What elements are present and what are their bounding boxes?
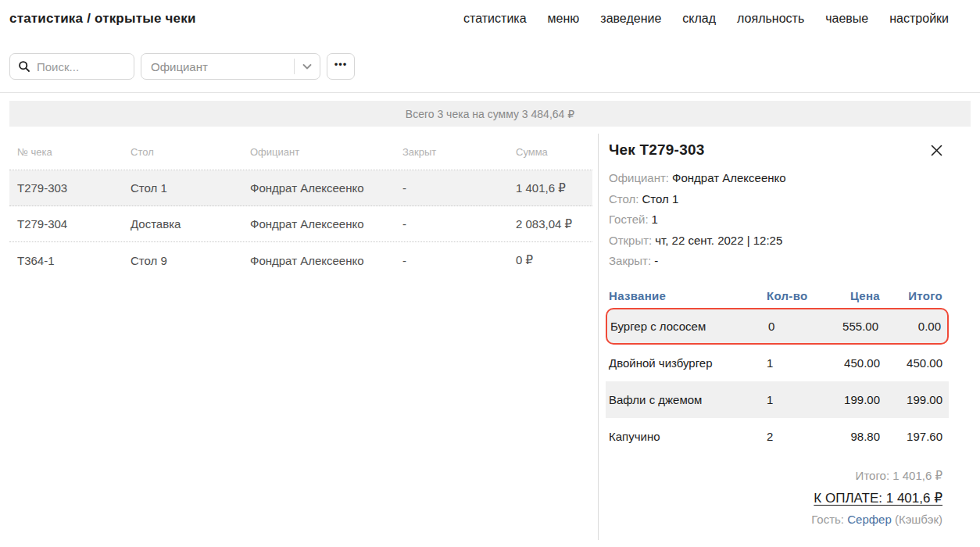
- nav-item-venue[interactable]: заведение: [600, 12, 661, 26]
- search-icon: [18, 60, 30, 73]
- check-totals: Итого: 1 401,6 ₽ К ОПЛАТЕ: 1 401,6 ₽ Гос…: [609, 469, 942, 526]
- col-closed: Закрыт: [402, 146, 516, 158]
- nav-item-tips[interactable]: чаевые: [825, 12, 868, 26]
- item-price: 199.00: [841, 393, 880, 406]
- cell-closed: -: [402, 181, 516, 195]
- item-row: Капучино 2 98.80 197.60: [606, 418, 949, 455]
- items-table-header: Название Кол-во Цена Итого: [609, 284, 942, 308]
- item-row-highlighted: Бургер с лососем 0 555.00 0.00: [606, 308, 949, 345]
- item-total: 0.00: [878, 320, 941, 333]
- dropdown-divider: [294, 59, 295, 74]
- detail-closed: Закрыт:-: [609, 251, 942, 272]
- item-price: 450.00: [841, 356, 880, 370]
- cell-table: Стол 9: [131, 254, 250, 267]
- item-qty: 0: [768, 320, 842, 333]
- col-waiter: Официант: [250, 146, 402, 158]
- search-input[interactable]: [37, 60, 126, 73]
- col-table: Стол: [131, 146, 250, 158]
- item-row: Двойной чизбургер 1 450.00 450.00: [606, 345, 949, 381]
- check-title: Чек T279-303: [609, 141, 704, 159]
- check-details: Официант:Фондрат Алексеенко Стол:Стол 1 …: [609, 168, 942, 272]
- panel-header: Чек T279-303: [609, 141, 942, 159]
- cell-sum: 2 083,04 ₽: [516, 217, 592, 231]
- guest-name-link[interactable]: Серфер: [847, 513, 892, 526]
- item-qty: 1: [767, 393, 841, 406]
- cell-waiter: Фондрат Алексеенко: [250, 181, 402, 195]
- cell-check-number: T279-304: [17, 217, 131, 231]
- waiter-filter-placeholder: Официант: [151, 60, 294, 73]
- item-qty: 2: [767, 430, 841, 443]
- col-item-price: Цена: [841, 289, 880, 302]
- table-row[interactable]: T279-304 Доставка Фондрат Алексеенко - 2…: [9, 206, 592, 242]
- cell-table: Доставка: [131, 217, 250, 231]
- cell-check-number: T279-303: [17, 181, 131, 195]
- guest-label: Гость:: [811, 513, 844, 526]
- cell-closed: -: [402, 217, 516, 231]
- check-detail-panel: Чек T279-303 Официант:Фондрат Алексеенко…: [598, 134, 980, 540]
- detail-opened: Открыт:чт, 22 сент. 2022 | 12:25: [609, 231, 942, 252]
- more-filters-button[interactable]: •••: [327, 53, 355, 80]
- cell-waiter: Фондрат Алексеенко: [250, 217, 402, 231]
- search-box: [9, 53, 134, 80]
- cell-waiter: Фондрат Алексеенко: [250, 254, 402, 267]
- col-check-number: № чека: [17, 146, 131, 158]
- cell-closed: -: [402, 254, 516, 267]
- ellipsis-icon: •••: [334, 59, 348, 70]
- nav-item-statistics[interactable]: статистика: [463, 12, 526, 26]
- item-name: Бургер с лососем: [610, 320, 768, 333]
- col-item-qty: Кол-во: [767, 289, 841, 302]
- cell-sum: 0 ₽: [516, 253, 592, 267]
- checks-table-header: № чека Стол Официант Закрыт Сумма: [9, 134, 592, 170]
- item-total: 199.00: [880, 393, 942, 406]
- summary-text: Всего 3 чека на сумму 3 484,64 ₽: [406, 108, 574, 120]
- check-items-table: Название Кол-во Цена Итого Бургер с лосо…: [609, 284, 942, 455]
- main-area: № чека Стол Официант Закрыт Сумма T279-3…: [0, 134, 980, 540]
- item-qty: 1: [767, 356, 841, 370]
- waiter-filter-dropdown[interactable]: Официант: [141, 53, 320, 80]
- cell-sum: 1 401,6 ₽: [516, 181, 592, 195]
- cell-table: Стол 1: [131, 181, 250, 195]
- col-item-total: Итого: [880, 289, 942, 302]
- item-total: 197.60: [880, 430, 942, 443]
- detail-table: Стол:Стол 1: [609, 189, 942, 210]
- guest-note: (Кэшбэк): [895, 513, 942, 526]
- item-row: Вафли с джемом 1 199.00 199.00: [606, 381, 949, 418]
- nav-item-loyalty[interactable]: лояльность: [737, 12, 804, 26]
- item-name: Двойной чизбургер: [609, 356, 767, 370]
- breadcrumb: статистика / открытые чеки: [9, 11, 196, 27]
- col-sum: Сумма: [516, 146, 592, 158]
- filters-toolbar: Официант •••: [0, 34, 980, 88]
- col-item-name: Название: [609, 289, 767, 302]
- detail-guests: Гостей:1: [609, 209, 942, 231]
- main-nav: статистика меню заведение склад лояльнос…: [463, 12, 949, 26]
- subtotal-text: Итого: 1 401,6 ₽: [609, 469, 942, 483]
- nav-item-settings[interactable]: настройки: [889, 12, 949, 26]
- item-total: 450.00: [880, 356, 942, 370]
- nav-item-menu[interactable]: меню: [548, 12, 580, 26]
- top-bar: статистика / открытые чеки статистика ме…: [0, 0, 980, 34]
- detail-waiter: Официант:Фондрат Алексеенко: [609, 168, 942, 189]
- guest-line: Гость: Серфер (Кэшбэк): [609, 513, 942, 526]
- table-row[interactable]: T364-1 Стол 9 Фондрат Алексеенко - 0 ₽: [9, 242, 592, 278]
- nav-item-warehouse[interactable]: склад: [682, 12, 716, 26]
- item-price: 555.00: [842, 320, 878, 333]
- table-row[interactable]: T279-303 Стол 1 Фондрат Алексеенко - 1 4…: [9, 170, 592, 206]
- to-pay-link[interactable]: К ОПЛАТЕ: 1 401,6 ₽: [814, 490, 942, 506]
- item-name: Капучино: [609, 430, 767, 443]
- cell-check-number: T364-1: [17, 254, 131, 267]
- chevron-down-icon: [301, 60, 313, 73]
- summary-banner: Всего 3 чека на сумму 3 484,64 ₽: [9, 101, 971, 127]
- item-name: Вафли с джемом: [609, 393, 767, 406]
- item-price: 98.80: [841, 430, 880, 443]
- toolbar-divider: [0, 92, 980, 93]
- checks-table: № чека Стол Официант Закрыт Сумма T279-3…: [0, 134, 598, 540]
- close-icon[interactable]: [931, 145, 942, 156]
